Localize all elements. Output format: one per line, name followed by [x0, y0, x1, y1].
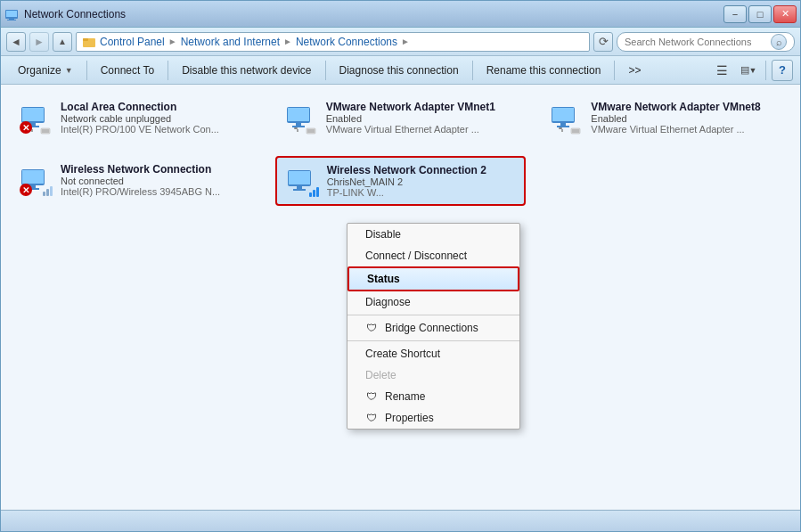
- titlebar-left: Network Connections: [4, 7, 126, 21]
- conn-info-wireless2: Wireless Network Connection 2 ChrisNet_M…: [327, 164, 518, 198]
- conn-card-wireless2[interactable]: Wireless Network Connection 2 ChrisNet_M…: [275, 156, 527, 206]
- window-title: Network Connections: [24, 8, 126, 20]
- svg-rect-13: [42, 129, 49, 133]
- forward-button[interactable]: ►: [29, 32, 49, 52]
- svg-rect-36: [50, 186, 53, 196]
- svg-rect-41: [309, 192, 312, 197]
- folder-icon: [82, 35, 96, 49]
- conn-name-wireless1: Wireless Network Connection: [61, 163, 253, 176]
- svg-rect-18: [294, 127, 298, 129]
- context-menu: Disable Connect / Disconnect Status Diag…: [347, 223, 520, 430]
- ctx-item-bridge[interactable]: 🛡 Bridge Connections: [347, 317, 519, 339]
- conn-header-local-area: ✕ Local Area Connection Network cable un…: [18, 100, 253, 135]
- svg-rect-15: [288, 108, 309, 121]
- svg-rect-40: [293, 189, 306, 191]
- ctx-item-status[interactable]: Status: [347, 266, 519, 291]
- svg-rect-21: [307, 129, 315, 133]
- conn-status-vmnet8: Enabled: [591, 113, 783, 124]
- vmware-icon-1: [283, 100, 319, 135]
- shield-icon-properties: 🛡: [365, 412, 378, 424]
- conn-icon-local-area: ✕: [18, 100, 53, 135]
- error-badge-local: ✕: [20, 121, 32, 134]
- window-icon: [4, 7, 19, 21]
- svg-rect-3: [7, 20, 16, 20]
- disable-button[interactable]: Disable this network device: [172, 59, 321, 82]
- rename-button[interactable]: Rename this connection: [477, 59, 611, 82]
- view-details-button[interactable]: ☰: [710, 60, 733, 81]
- ctx-sep-2: [347, 340, 519, 341]
- breadcrumb-network-connections[interactable]: Network Connections: [296, 36, 397, 48]
- svg-rect-5: [83, 38, 88, 41]
- toolbar-sep-1: [86, 61, 87, 80]
- search-icon[interactable]: ⌕: [771, 34, 787, 50]
- svg-rect-7: [22, 108, 44, 121]
- conn-card-local-area[interactable]: ✕ Local Area Connection Network cable un…: [10, 94, 261, 142]
- conn-card-vmnet1[interactable]: VMware Network Adapter VMnet1 Enabled VM…: [275, 94, 527, 142]
- titlebar: Network Connections − □ ✕: [1, 1, 800, 28]
- shield-icon-bridge: 🛡: [365, 322, 378, 334]
- svg-rect-29: [572, 129, 579, 133]
- up-button[interactable]: ▲: [53, 32, 72, 52]
- svg-rect-16: [296, 123, 301, 126]
- conn-desc-vmnet8: VMware Virtual Ethernet Adapter ...: [591, 124, 783, 135]
- conn-icon-wireless2: [284, 163, 320, 199]
- svg-rect-26: [559, 127, 562, 129]
- conn-status-local: Network cable unplugged: [61, 113, 253, 124]
- error-badge-wireless1: ✕: [20, 184, 32, 196]
- ctx-sep-1: [347, 315, 519, 315]
- ctx-item-connect-disconnect[interactable]: Connect / Disconnect: [347, 245, 519, 266]
- toolbar: Organize ▼ Connect To Disable this netwo…: [1, 56, 800, 85]
- ctx-item-rename[interactable]: 🛡 Rename: [347, 386, 519, 407]
- conn-status-vmnet1: Enabled: [326, 113, 519, 124]
- conn-icon-wireless1: ✕: [18, 162, 53, 198]
- statusbar: [1, 510, 800, 531]
- minimize-button[interactable]: −: [723, 5, 747, 23]
- toolbar-sep-2: [168, 61, 168, 80]
- search-box: ⌕: [617, 32, 795, 52]
- ctx-item-disable[interactable]: Disable: [347, 224, 519, 245]
- view-toggle-button[interactable]: ▤ ▼: [737, 60, 760, 81]
- svg-rect-1: [6, 11, 17, 17]
- conn-header-wireless1: ✕ Wireless Network Connection Not connec…: [18, 162, 253, 198]
- titlebar-buttons: − □ ✕: [723, 5, 797, 23]
- svg-rect-38: [289, 171, 310, 184]
- svg-rect-34: [43, 192, 45, 196]
- conn-icon-vmnet8: [548, 100, 584, 135]
- connect-to-button[interactable]: Connect To: [91, 59, 165, 82]
- ctx-item-create-shortcut[interactable]: Create Shortcut: [347, 343, 519, 364]
- conn-name-vmnet1: VMware Network Adapter VMnet1: [326, 101, 519, 113]
- organize-arrow: ▼: [65, 66, 73, 75]
- conn-icon-vmnet1: [283, 100, 319, 135]
- addressbar: ◄ ► ▲ Control Panel ► Network and Intern…: [1, 28, 800, 56]
- ctx-item-diagnose[interactable]: Diagnose: [347, 291, 519, 313]
- search-input[interactable]: [625, 37, 767, 47]
- close-button[interactable]: ✕: [773, 5, 797, 23]
- svg-rect-42: [313, 190, 315, 197]
- conn-status-wireless1: Not connected: [61, 176, 253, 186]
- wireless-icon-2: [284, 163, 320, 199]
- breadcrumb-network-internet[interactable]: Network and Internet: [181, 36, 280, 48]
- toolbar-right: ☰ ▤ ▼ ?: [710, 60, 793, 81]
- breadcrumb-control-panel[interactable]: Control Panel: [100, 36, 165, 48]
- conn-card-vmnet8[interactable]: VMware Network Adapter VMnet8 Enabled VM…: [540, 94, 791, 142]
- conn-name-wireless2: Wireless Network Connection 2: [327, 164, 518, 176]
- conn-info-wireless1: Wireless Network Connection Not connecte…: [61, 163, 253, 197]
- toolbar-sep-3: [325, 61, 326, 80]
- conn-desc-local: Intel(R) PRO/100 VE Network Con...: [61, 124, 253, 135]
- toolbar-sep-6: [765, 61, 766, 80]
- vmware-icon-8: [548, 100, 584, 135]
- svg-rect-25: [557, 126, 569, 127]
- refresh-button[interactable]: ⟳: [593, 32, 613, 52]
- back-button[interactable]: ◄: [6, 32, 26, 52]
- ctx-item-properties[interactable]: 🛡 Properties: [347, 407, 519, 429]
- conn-info-local: Local Area Connection Network cable unpl…: [61, 101, 253, 135]
- organize-button[interactable]: Organize ▼: [8, 59, 83, 82]
- conn-card-wireless1[interactable]: ✕ Wireless Network Connection Not connec…: [10, 156, 261, 206]
- more-button[interactable]: >>: [618, 59, 650, 82]
- conn-name-local: Local Area Connection: [61, 101, 253, 113]
- diagnose-button[interactable]: Diagnose this connection: [330, 59, 469, 82]
- conn-header-vmnet8: VMware Network Adapter VMnet8 Enabled VM…: [548, 100, 783, 135]
- help-button[interactable]: ?: [772, 60, 793, 81]
- shield-icon-rename: 🛡: [365, 390, 378, 403]
- maximize-button[interactable]: □: [748, 5, 772, 23]
